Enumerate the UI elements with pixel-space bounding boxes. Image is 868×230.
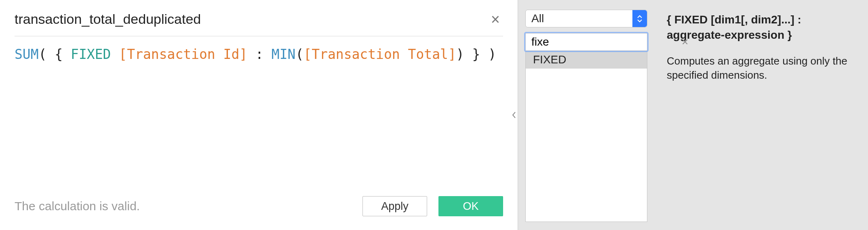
formula-editor[interactable]: SUM( { FIXED [Transaction Id] : MIN([Tra… xyxy=(15,45,503,170)
function-browser-panel: All × FIXED xyxy=(518,0,655,230)
formula-token-keyword: FIXED xyxy=(71,46,111,62)
name-row: × xyxy=(15,11,503,36)
formula-token: ( { xyxy=(39,46,71,62)
calculation-editor-panel: × SUM( { FIXED [Transaction Id] : MIN([T… xyxy=(0,0,518,230)
formula-token-field: [Transaction Id] xyxy=(119,46,247,62)
function-category-value: All xyxy=(526,12,632,25)
formula-token-fn: SUM xyxy=(15,46,39,62)
formula-token: : xyxy=(247,46,272,62)
function-search-input[interactable] xyxy=(526,36,682,48)
collapse-handle-icon[interactable] xyxy=(510,105,518,125)
help-title-line: { FIXED [dim1[, dim2]...] : xyxy=(667,13,801,26)
clear-search-icon[interactable]: × xyxy=(682,36,688,48)
help-title: { FIXED [dim1[, dim2]...] : aggregate-ex… xyxy=(667,12,856,43)
calculation-name-input[interactable] xyxy=(15,11,488,27)
help-description: Computes an aggregate using only the spe… xyxy=(667,54,853,82)
close-icon[interactable]: × xyxy=(488,12,503,27)
formula-token xyxy=(111,46,119,62)
apply-button[interactable]: Apply xyxy=(362,196,427,216)
function-results-list[interactable]: FIXED xyxy=(525,51,647,222)
editor-footer: The calculation is valid. Apply OK xyxy=(15,196,503,216)
function-help-panel: { FIXED [dim1[, dim2]...] : aggregate-ex… xyxy=(655,0,868,230)
function-search-wrap: × xyxy=(525,33,647,51)
formula-token: ) } ) xyxy=(456,46,496,62)
validation-status: The calculation is valid. xyxy=(15,199,351,213)
formula-token-fn: MIN xyxy=(272,46,296,62)
function-category-select[interactable]: All xyxy=(525,10,647,27)
formula-token-field: [Transaction Total] xyxy=(303,46,456,62)
ok-button[interactable]: OK xyxy=(438,196,503,216)
function-result-item[interactable]: FIXED xyxy=(526,51,647,69)
formula-token: ( xyxy=(295,46,303,62)
stepper-arrows-icon xyxy=(632,10,647,27)
